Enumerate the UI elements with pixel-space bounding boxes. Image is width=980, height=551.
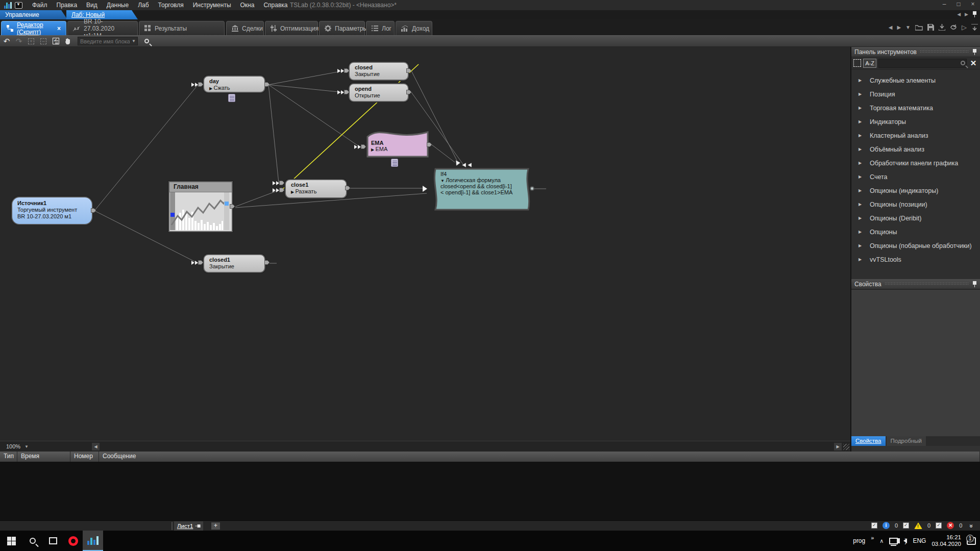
import-icon[interactable] <box>939 24 945 31</box>
expand-icon[interactable]: ▶ <box>859 92 870 96</box>
expand-icon[interactable]: ▶ <box>859 257 870 262</box>
tab-properties[interactable]: Свойства <box>851 436 886 446</box>
warning-filter-checkbox[interactable] <box>903 522 909 529</box>
tab-parameters[interactable]: Параметры <box>319 21 365 35</box>
sync-icon[interactable] <box>950 24 957 31</box>
toolbox-group-options-deribit[interactable]: ▶Опционы (Deribit) <box>851 211 980 225</box>
pin-icon[interactable] <box>972 281 977 287</box>
log-col-time[interactable]: Время <box>17 452 70 462</box>
language-indicator[interactable]: ENG <box>913 537 926 544</box>
tab-editor-script[interactable]: Редактор (Скрипт)× <box>1 21 66 35</box>
taskbar-search-button[interactable] <box>22 531 43 551</box>
node-ema[interactable]: EMA EMA <box>366 129 429 158</box>
view-nav-left-icon[interactable]: ◀ <box>889 24 893 30</box>
tabs-scroll-left-icon[interactable]: ◀ <box>957 12 961 17</box>
expand-icon[interactable]: ▶ <box>859 230 870 234</box>
zoom-level[interactable]: 100% <box>6 443 20 449</box>
toolbox-group-service[interactable]: ▶Служебные элементы <box>851 73 980 87</box>
log-col-message[interactable]: Сообщение <box>99 452 980 462</box>
view-nav-right-icon[interactable]: ▶ <box>897 24 901 30</box>
network-icon[interactable] <box>889 538 898 544</box>
expand-icon[interactable]: ▶ <box>859 78 870 83</box>
search-icon[interactable] <box>141 36 152 46</box>
hscroll-left-icon[interactable]: ◀ <box>92 443 100 450</box>
menu-trading[interactable]: Торговля <box>154 2 188 9</box>
error-filter-checkbox[interactable] <box>936 522 942 529</box>
menu-edit[interactable]: Правка <box>52 2 82 9</box>
view-nav-dropdown-icon[interactable]: ▼ <box>905 24 911 30</box>
open-folder-icon[interactable] <box>915 24 923 31</box>
toolbox-group-options[interactable]: ▶Опционы <box>851 225 980 239</box>
tab-instrument-chart[interactable]: BR 10-27.03.2020 м1:1M <box>67 21 138 35</box>
collapse-all-icon[interactable] <box>853 59 861 67</box>
menu-tools[interactable]: Инструменты <box>188 2 236 9</box>
notification-center-icon[interactable]: 1 <box>967 537 976 545</box>
chevron-down-icon[interactable]: ▼ <box>132 39 137 43</box>
node-closed1[interactable]: closed1 Закрытие <box>203 254 265 273</box>
toolbox-group-volume[interactable]: ▶Объёмный анализ <box>851 142 980 156</box>
pan-hand-icon[interactable] <box>62 36 74 46</box>
run-icon[interactable]: ▷ <box>962 23 967 31</box>
zoom-selection-in-icon[interactable]: + <box>26 36 37 46</box>
pin-icon[interactable] <box>195 524 201 528</box>
expand-icon[interactable]: ▶ <box>859 161 870 165</box>
tab-log[interactable]: Лог <box>366 21 395 35</box>
info-filter-checkbox[interactable] <box>871 522 877 529</box>
overflow-icon[interactable]: » <box>871 535 874 541</box>
node-closed[interactable]: closed Закрытие <box>349 62 409 81</box>
resize-grip-icon[interactable] <box>843 444 849 450</box>
pin-icon[interactable] <box>972 49 977 55</box>
expand-icon[interactable]: ▶ <box>859 202 870 207</box>
maximize-button[interactable]: □ <box>951 0 966 9</box>
script-canvas[interactable]: Источник1 Торгуемый инструмент BR 10-27.… <box>0 47 850 441</box>
node-opend[interactable]: opend Открытие <box>349 83 409 102</box>
node-main-chart-panel[interactable]: Главная <box>168 181 233 232</box>
toolbox-group-options-bar[interactable]: ▶Опционы (побарные обработчики) <box>851 239 980 253</box>
checklist-icon[interactable] <box>50 36 61 46</box>
node-day[interactable]: day Сжать <box>203 76 265 93</box>
expand-icon[interactable]: ▶ <box>859 243 870 248</box>
dock-grip[interactable] <box>920 50 969 54</box>
zoom-dropdown-icon[interactable]: ▼ <box>24 444 29 449</box>
clock[interactable]: 16:21 03.04.2020 <box>932 534 961 547</box>
toolbox-group-options-ind[interactable]: ▶Опционы (индикаторы) <box>851 184 980 197</box>
toolbox-group-indicators[interactable]: ▶Индикаторы <box>851 115 980 129</box>
toolbox-group-chart-handlers[interactable]: ▶Обработчики панели графика <box>851 156 980 170</box>
taskbar-opera[interactable] <box>63 531 83 551</box>
tab-detailed[interactable]: Подробный <box>887 436 926 446</box>
close-button[interactable]: × <box>966 0 980 9</box>
expand-icon[interactable]: ▶ <box>859 106 870 110</box>
add-sheet-button[interactable]: + <box>211 522 220 530</box>
node-close1[interactable]: close1 Разжать <box>285 179 347 198</box>
undo-icon[interactable]: ↶ <box>1 36 12 46</box>
script-note-icon[interactable] <box>391 159 398 167</box>
tab-optimization[interactable]: Оптимизация <box>265 21 318 35</box>
close-tab-icon[interactable]: × <box>57 25 61 32</box>
toolbox-group-vvtsltools[interactable]: ▶vvTSLtools <box>851 253 980 266</box>
expand-icon[interactable]: ▶ <box>859 133 870 138</box>
expand-icon[interactable]: ▶ <box>859 174 870 179</box>
expand-icon[interactable]: ▶ <box>859 188 870 193</box>
tab-income[interactable]: Доход <box>396 21 432 35</box>
menu-windows[interactable]: Окна <box>236 2 259 9</box>
tray-app-label[interactable]: prog <box>853 537 865 544</box>
node-if4[interactable]: If4 Логическая формула closed<opend && c… <box>431 168 532 211</box>
expand-log-icon[interactable]: » <box>968 524 975 527</box>
script-note-icon[interactable] <box>228 94 235 102</box>
export-icon[interactable] <box>971 24 978 31</box>
log-col-number[interactable]: Номер <box>70 452 99 462</box>
toolbox-group-options-pos[interactable]: ▶Опционы (позиции) <box>851 197 980 211</box>
dock-grip[interactable] <box>885 282 969 286</box>
toolbox-search-input[interactable] <box>880 60 961 66</box>
tab-deals[interactable]: Сделки <box>226 21 264 35</box>
sort-az-button[interactable]: A-Z <box>863 59 876 68</box>
pin-icon[interactable] <box>972 11 977 17</box>
start-button[interactable] <box>0 531 22 551</box>
menu-view[interactable]: Вид <box>82 2 102 9</box>
tab-results[interactable]: Результаты <box>139 21 225 35</box>
hidden-icons-chevron[interactable]: ∧ <box>879 538 884 544</box>
tab-script-manager[interactable]: Управление скриптами <box>0 10 67 19</box>
output-port[interactable] <box>530 186 534 191</box>
menu-lab[interactable]: Лаб <box>133 2 153 9</box>
node-source1[interactable]: Источник1 Торгуемый инструмент BR 10-27.… <box>11 196 93 225</box>
